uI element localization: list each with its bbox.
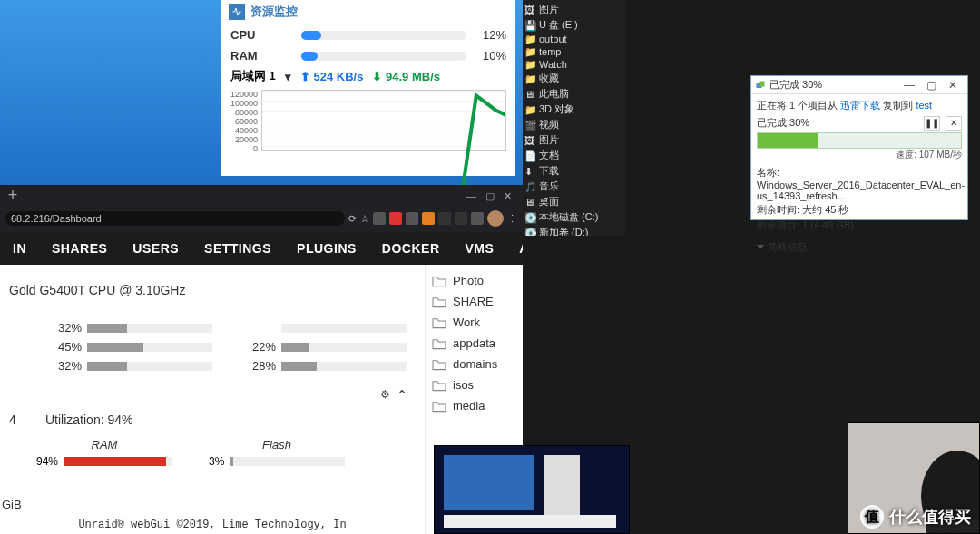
dialog-titlebar[interactable]: 已完成 30% — ▢ ✕ bbox=[751, 76, 967, 94]
extension-icon[interactable] bbox=[438, 212, 451, 225]
tree-label: 音乐 bbox=[539, 180, 559, 193]
watermark: 值 什么值得买 bbox=[860, 505, 971, 529]
new-tab-button[interactable]: + bbox=[5, 189, 20, 203]
tree-item[interactable]: 🖥此电脑 bbox=[524, 86, 623, 102]
tree-label: 收藏 bbox=[539, 72, 559, 85]
flash-pct: 3% bbox=[209, 455, 224, 468]
share-folder-photo[interactable]: Photo bbox=[431, 270, 523, 291]
window-maximize-button[interactable]: ▢ bbox=[485, 190, 495, 202]
flash-usage: Flash 3% bbox=[209, 438, 345, 468]
tree-item[interactable]: ⬇下载 bbox=[524, 163, 623, 179]
extension-icon[interactable] bbox=[471, 212, 484, 225]
dsm-cpu-row: CPU 12% bbox=[221, 24, 515, 45]
video-pip-thumbnail bbox=[434, 445, 630, 534]
tree-item[interactable]: 📁output bbox=[524, 33, 623, 45]
share-folder-isos[interactable]: isos bbox=[431, 374, 523, 395]
share-folder-work[interactable]: Work bbox=[431, 312, 523, 333]
nav-apps[interactable]: APPS bbox=[506, 232, 523, 265]
tree-item[interactable]: 📁Watch bbox=[524, 58, 623, 71]
download-rate: ⬇ 94.9 MB/s bbox=[372, 70, 440, 83]
tree-item[interactable]: 📁3D 对象 bbox=[524, 102, 623, 117]
doc-icon: 📄 bbox=[524, 150, 535, 161]
copy-source-line: 正在将 1 个项目从 迅雷下载 复制到 test bbox=[757, 98, 962, 113]
window-close-button[interactable]: ✕ bbox=[942, 79, 964, 92]
ram-label: RAM bbox=[230, 49, 301, 63]
dsm-net-row: 局域网 1 ▾ ⬆ 524 KB/s ⬇ 94.9 MB/s bbox=[221, 66, 515, 86]
extension-icon[interactable] bbox=[422, 212, 435, 225]
nav-docker[interactable]: DOCKER bbox=[369, 232, 453, 265]
pc-icon: 🖥 bbox=[524, 89, 535, 100]
tree-item[interactable]: 💽新加卷 (D:) bbox=[524, 225, 623, 236]
desk-icon: 🖥 bbox=[524, 197, 535, 208]
chevron-down-icon[interactable]: ▾ bbox=[285, 70, 291, 83]
nav-plugins[interactable]: PLUGINS bbox=[284, 232, 369, 265]
collapse-icon[interactable]: ⌃ bbox=[397, 388, 407, 401]
copy-icon bbox=[755, 80, 766, 91]
svg-rect-3 bbox=[444, 455, 534, 510]
explorer-nav-tree[interactable]: 🖼图片💾U 盘 (E:)📁output📁temp📁Watch📁收藏🖥此电脑📁3D… bbox=[523, 0, 625, 236]
profile-avatar[interactable] bbox=[487, 210, 504, 227]
tree-label: 图片 bbox=[539, 3, 559, 16]
folder-label: isos bbox=[453, 378, 474, 392]
browser-chrome: + — ▢ ✕ 68.2.216/Dashboard ⟳ ☆ ⋮ bbox=[0, 185, 523, 232]
copy-progress-dialog: 已完成 30% — ▢ ✕ 正在将 1 个项目从 迅雷下载 复制到 test 已… bbox=[750, 75, 968, 220]
dest-folder-link[interactable]: test bbox=[916, 100, 932, 111]
extension-icon[interactable] bbox=[373, 212, 386, 225]
cancel-button[interactable]: ✕ bbox=[946, 116, 962, 131]
nav-settings[interactable]: SETTINGS bbox=[191, 232, 284, 265]
detail-toggle[interactable]: 简略信息 bbox=[757, 238, 962, 256]
folder-label: appdata bbox=[453, 336, 495, 350]
tree-label: output bbox=[539, 34, 567, 44]
core-load-bar bbox=[87, 362, 212, 371]
tree-item[interactable]: 🖼图片 bbox=[524, 132, 623, 148]
dashboard-panel: Gold G5400T CPU @ 3.10GHz 32%45%22%32%28… bbox=[0, 265, 425, 534]
detail-toggle-label: 简略信息 bbox=[768, 240, 808, 254]
vid-icon: 🎬 bbox=[524, 120, 535, 131]
tree-label: U 盘 (E:) bbox=[539, 18, 578, 32]
dsm-net-chart: 120000100000800006000040000200000 bbox=[221, 86, 515, 155]
tree-item[interactable]: 📁temp bbox=[524, 45, 623, 58]
address-bar[interactable]: 68.2.216/Dashboard bbox=[5, 211, 345, 226]
share-folder-domains[interactable]: domains bbox=[431, 354, 523, 374]
reload-icon[interactable]: ⟳ bbox=[348, 213, 357, 225]
dsm-resource-monitor: 资源监控 CPU 12% RAM 10% 局域网 1 ▾ ⬆ 524 KB/s … bbox=[221, 0, 515, 176]
svg-rect-4 bbox=[544, 455, 580, 519]
window-maximize-button[interactable]: ▢ bbox=[920, 79, 942, 92]
chart-plot-area bbox=[261, 90, 506, 151]
usb-icon: 💾 bbox=[524, 20, 535, 31]
share-folder-appdata[interactable]: appdata bbox=[431, 333, 523, 354]
source-folder-link[interactable]: 迅雷下载 bbox=[840, 100, 880, 111]
window-close-button[interactable]: ✕ bbox=[504, 190, 512, 202]
utilization-label: Utilization: 94% bbox=[36, 409, 142, 431]
tree-item[interactable]: 📄文档 bbox=[524, 148, 623, 163]
extension-icon[interactable] bbox=[389, 212, 402, 225]
extension-icon[interactable] bbox=[406, 212, 418, 225]
tree-item[interactable]: 🎵音乐 bbox=[524, 179, 623, 194]
tree-item[interactable]: 🖥桌面 bbox=[524, 194, 623, 209]
menu-icon[interactable]: ⋮ bbox=[507, 213, 517, 225]
extension-icon[interactable] bbox=[455, 212, 467, 225]
tree-label: 图片 bbox=[539, 133, 559, 147]
cpu-label: CPU bbox=[230, 28, 301, 42]
star-icon[interactable]: ☆ bbox=[360, 213, 369, 225]
share-folder-media[interactable]: media bbox=[431, 395, 523, 416]
window-minimize-button[interactable]: — bbox=[466, 190, 476, 202]
chart-y-axis: 120000100000800006000040000200000 bbox=[230, 90, 261, 151]
tree-item[interactable]: 💽本地磁盘 (C:) bbox=[524, 209, 623, 225]
pause-button[interactable]: ❚❚ bbox=[924, 116, 940, 131]
ram-bar bbox=[301, 52, 466, 61]
gear-icon[interactable]: ⚙ bbox=[380, 388, 390, 401]
util-index: 4 bbox=[0, 409, 18, 431]
nav-users[interactable]: USERS bbox=[120, 232, 191, 265]
tree-item[interactable]: 💾U 盘 (E:) bbox=[524, 17, 623, 33]
tree-item[interactable]: 📁收藏 bbox=[524, 71, 623, 86]
nav-vms[interactable]: VMS bbox=[453, 232, 507, 265]
nav-in[interactable]: IN bbox=[0, 232, 39, 265]
tree-item[interactable]: 🎬视频 bbox=[524, 117, 623, 132]
nav-shares[interactable]: SHARES bbox=[39, 232, 120, 265]
watermark-text: 什么值得买 bbox=[889, 506, 971, 528]
core-load-pct: 32% bbox=[24, 321, 82, 335]
window-minimize-button[interactable]: — bbox=[898, 79, 920, 92]
tree-item[interactable]: 🖼图片 bbox=[524, 2, 623, 17]
share-folder-share[interactable]: SHARE bbox=[431, 291, 523, 312]
